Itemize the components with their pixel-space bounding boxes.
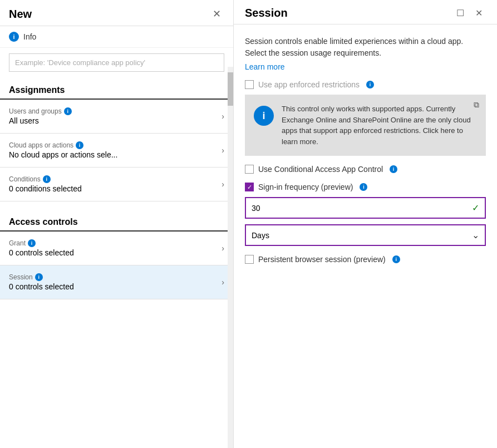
frequency-unit-select[interactable]: Days ⌄ <box>245 224 486 246</box>
frequency-unit-value: Days <box>252 231 472 240</box>
info-icon-small: i <box>390 165 397 173</box>
persistent-browser-checkbox[interactable] <box>245 255 254 264</box>
left-panel: New ✕ i Info Assignments Users and group… <box>0 0 234 448</box>
app-enforced-checkbox[interactable] <box>245 80 254 89</box>
checkmark-icon: ✓ <box>472 203 479 213</box>
info-icon-small: i <box>366 81 374 88</box>
nav-item-value: 0 controls selected <box>9 248 222 257</box>
left-scroll-content: Assignments Users and groups i All users… <box>0 77 233 448</box>
conditional-access-label: Use Conditional Access App Control <box>258 165 383 174</box>
chevron-right-icon: › <box>222 278 224 287</box>
info-icon-small: i <box>35 273 43 281</box>
cloud-apps-item[interactable]: Cloud apps or actions i No cloud apps or… <box>0 134 233 168</box>
dropdown-arrow-icon: ⌄ <box>472 230 479 240</box>
info-icon-small: i <box>43 175 51 183</box>
chevron-right-icon: › <box>222 244 224 253</box>
learn-more-link[interactable]: Learn more <box>245 62 285 71</box>
nav-item-left: Session i 0 controls selected <box>9 273 222 291</box>
left-header: New ✕ <box>0 0 233 26</box>
info-icon: i <box>9 32 19 42</box>
nav-item-subtitle: Grant i <box>9 239 222 247</box>
close-right-button[interactable]: ✕ <box>472 7 486 19</box>
nav-item-left: Conditions i 0 conditions selected <box>9 175 222 193</box>
info-icon-small: i <box>392 255 400 263</box>
grant-item[interactable]: Grant i 0 controls selected › <box>0 232 233 265</box>
right-header: Session ☐ ✕ <box>234 0 497 24</box>
sign-in-frequency-label: Sign-in frequency (preview) <box>258 183 353 191</box>
persistent-browser-label: Persistent browser session (preview) <box>258 255 386 264</box>
external-link-icon[interactable]: ⧉ <box>474 100 479 110</box>
nav-item-left: Users and groups i All users <box>9 107 222 125</box>
conditional-access-checkbox[interactable] <box>245 165 254 174</box>
maximize-button[interactable]: ☐ <box>453 7 468 19</box>
chevron-right-icon: › <box>222 180 224 189</box>
scrollbar-track <box>228 67 233 448</box>
app-enforced-label: Use app enforced restrictions <box>258 80 360 89</box>
chevron-right-icon: › <box>222 112 224 121</box>
nav-item-subtitle: Users and groups i <box>9 107 222 115</box>
sign-in-frequency-row: Sign-in frequency (preview) i <box>245 183 486 191</box>
frequency-value-input[interactable] <box>252 204 472 213</box>
nav-item-subtitle: Conditions i <box>9 175 222 183</box>
info-bar: i Info <box>0 26 233 48</box>
nav-item-value: All users <box>9 116 222 125</box>
session-item[interactable]: Session i 0 controls selected › <box>0 265 233 299</box>
right-content: Session controls enable limited experien… <box>234 24 497 448</box>
right-panel: Session ☐ ✕ Session controls enable limi… <box>234 0 497 448</box>
nav-item-value: No cloud apps or actions sele... <box>9 150 222 159</box>
chevron-right-icon: › <box>222 146 224 155</box>
nav-item-left: Cloud apps or actions i No cloud apps or… <box>9 141 222 159</box>
description-text: Session controls enable limited experien… <box>245 36 486 59</box>
persistent-browser-row: Persistent browser session (preview) i <box>245 255 486 264</box>
info-icon-small: i <box>64 107 72 115</box>
page-title: New <box>9 8 32 21</box>
info-icon-small: i <box>28 239 36 247</box>
scrollbar-thumb[interactable] <box>228 72 233 106</box>
nav-item-value: 0 conditions selected <box>9 184 222 193</box>
info-card[interactable]: i This control only works with supported… <box>245 95 486 156</box>
nav-item-left: Grant i 0 controls selected <box>9 239 222 257</box>
info-card-icon: i <box>254 106 274 126</box>
assignments-label: Assignments <box>0 77 233 100</box>
conditions-item[interactable]: Conditions i 0 conditions selected › <box>0 168 233 201</box>
users-and-groups-item[interactable]: Users and groups i All users › <box>0 100 233 134</box>
right-header-icons: ☐ ✕ <box>453 7 486 19</box>
nav-item-subtitle: Cloud apps or actions i <box>9 141 222 149</box>
nav-item-value: 0 controls selected <box>9 282 222 291</box>
frequency-value-row[interactable]: ✓ <box>245 197 486 219</box>
info-card-text: This control only works with supported a… <box>282 104 477 147</box>
policy-name-input[interactable] <box>9 53 224 72</box>
sign-in-frequency-checkbox[interactable] <box>245 183 254 191</box>
nav-item-subtitle: Session i <box>9 273 222 281</box>
info-label: Info <box>23 32 36 41</box>
info-icon-small: i <box>360 183 367 191</box>
access-controls-label: Access controls <box>0 209 233 232</box>
app-enforced-row: Use app enforced restrictions i <box>245 80 486 89</box>
info-icon-small: i <box>76 141 83 149</box>
close-button[interactable]: ✕ <box>209 7 224 21</box>
session-panel-title: Session <box>245 7 288 19</box>
conditional-access-row: Use Conditional Access App Control i <box>245 165 486 174</box>
